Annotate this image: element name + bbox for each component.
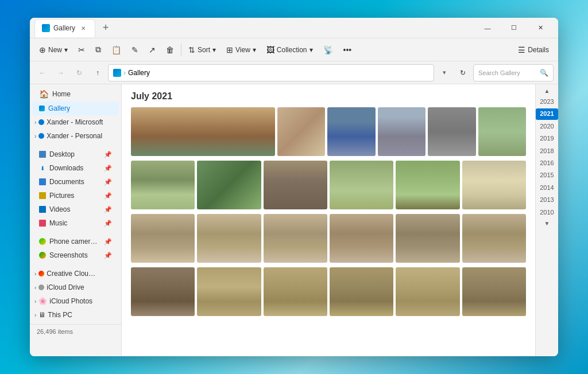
- up-button[interactable]: ↑: [90, 65, 106, 81]
- icloud-photos-icon: 🌸: [38, 297, 47, 305]
- photo-item[interactable]: [378, 107, 426, 156]
- delete-button[interactable]: 🗑: [161, 41, 179, 59]
- timeline-year-2016[interactable]: 2016: [536, 158, 558, 169]
- sidebar-documents-label: Documents: [49, 178, 84, 186]
- gallery-content: July 2021: [122, 84, 535, 356]
- share-button[interactable]: ↗: [144, 41, 160, 59]
- timeline-year-2021[interactable]: 2021: [536, 108, 558, 119]
- gallery-icon: [39, 106, 45, 111]
- cast-button[interactable]: 📡: [319, 41, 338, 59]
- sidebar-item-documents[interactable]: Documents 📌: [32, 175, 119, 189]
- maximize-button[interactable]: ☐: [501, 19, 527, 37]
- pin-icon: 📌: [104, 151, 112, 158]
- photo-item[interactable]: [428, 107, 476, 156]
- sidebar-section-xander-personal[interactable]: › Xander - Personal: [30, 129, 121, 143]
- timeline-year-2014[interactable]: 2014: [536, 182, 558, 193]
- view-button[interactable]: ⊞ View ▾: [222, 41, 261, 59]
- photo-item[interactable]: [197, 161, 261, 209]
- view-dropdown-icon: ▾: [253, 46, 256, 54]
- tab-close-button[interactable]: ✕: [79, 24, 88, 33]
- photo-item[interactable]: [131, 107, 275, 156]
- paste-button[interactable]: 📋: [107, 41, 126, 59]
- sidebar-section-icloud-photos[interactable]: › 🌸 iCloud Photos: [30, 294, 121, 308]
- breadcrumb[interactable]: › Gallery: [108, 64, 434, 81]
- breadcrumb-separator: ›: [123, 69, 126, 77]
- sidebar-item-music[interactable]: Music 📌: [32, 216, 119, 230]
- timeline-down-arrow[interactable]: ▼: [543, 219, 551, 228]
- collection-button[interactable]: 🖼 Collection ▾: [262, 41, 318, 59]
- close-button[interactable]: ✕: [527, 19, 554, 37]
- photo-item[interactable]: [330, 161, 393, 209]
- photo-item[interactable]: [131, 161, 195, 209]
- sidebar-section-creative-cloud[interactable]: › Creative Cloud Files: [30, 267, 121, 280]
- sidebar-item-phone[interactable]: Phone camera rc 📌: [32, 235, 119, 248]
- photo-item[interactable]: [277, 107, 326, 156]
- timeline-year-2010[interactable]: 2010: [536, 207, 558, 218]
- sidebar-section-xander-ms[interactable]: › Xander - Microsoft: [30, 115, 121, 129]
- sidebar-item-downloads[interactable]: ⬇ Downloads 📌: [32, 161, 119, 175]
- copy-button[interactable]: ⧉: [91, 41, 106, 59]
- address-dropdown-button[interactable]: ▾: [436, 65, 452, 81]
- photo-item[interactable]: [264, 214, 327, 263]
- search-icon[interactable]: 🔍: [540, 69, 548, 77]
- photo-item[interactable]: [197, 267, 261, 316]
- sidebar-section-icloud-drive[interactable]: › iCloud Drive: [30, 280, 121, 294]
- timeline-year-2019[interactable]: 2019: [536, 133, 558, 144]
- rename-button[interactable]: ✎: [127, 41, 143, 59]
- new-button[interactable]: ⊕ New ▾: [34, 41, 72, 59]
- photo-item[interactable]: [131, 267, 195, 316]
- timeline-year-2013[interactable]: 2013: [536, 194, 558, 205]
- photo-item[interactable]: [462, 161, 526, 209]
- photo-item[interactable]: [396, 161, 459, 209]
- sidebar-item-videos[interactable]: Videos 📌: [32, 202, 119, 216]
- photo-item[interactable]: [462, 267, 526, 316]
- sidebar-music-label: Music: [49, 219, 67, 227]
- gallery-tab[interactable]: Gallery ✕: [34, 19, 95, 37]
- paste-icon: 📋: [111, 45, 121, 54]
- sidebar-videos-label: Videos: [49, 205, 70, 213]
- timeline-year-2023[interactable]: 2023: [536, 96, 558, 107]
- pics-pin-icon: 📌: [104, 192, 112, 200]
- forward-button[interactable]: →: [53, 65, 69, 81]
- photo-item[interactable]: [396, 267, 459, 316]
- photo-item[interactable]: [264, 267, 327, 316]
- photo-item[interactable]: [478, 107, 527, 156]
- details-button[interactable]: ☰ Details: [513, 41, 554, 59]
- sidebar-phone-label: Phone camera rc: [49, 237, 98, 246]
- photo-item[interactable]: [197, 214, 261, 263]
- timeline-up-arrow[interactable]: ▲: [543, 87, 551, 95]
- timeline-year-2015[interactable]: 2015: [536, 170, 558, 181]
- more-button[interactable]: •••: [339, 41, 357, 59]
- photo-item[interactable]: [131, 214, 195, 263]
- photo-item[interactable]: [396, 214, 459, 263]
- new-tab-button[interactable]: +: [98, 20, 114, 36]
- cut-button[interactable]: ✂: [74, 41, 90, 59]
- sidebar-item-gallery[interactable]: Gallery: [32, 102, 119, 115]
- sidebar-item-home[interactable]: 🏠 Home: [32, 87, 119, 102]
- sort-button[interactable]: ⇅ Sort ▾: [184, 41, 220, 59]
- divider1: [181, 44, 181, 56]
- back-button[interactable]: ←: [34, 65, 51, 81]
- photo-grid-row2: [131, 161, 526, 209]
- photo-item[interactable]: [462, 214, 526, 263]
- refresh-button[interactable]: ↻: [455, 65, 471, 81]
- collection-dropdown-icon: ▾: [310, 46, 313, 54]
- photo-item[interactable]: [330, 214, 393, 263]
- divider2: [30, 143, 121, 147]
- recent-button[interactable]: ↻: [71, 65, 87, 81]
- gallery-section-title: July 2021: [131, 91, 526, 102]
- search-box[interactable]: Search Gallery 🔍: [473, 64, 554, 81]
- photo-item[interactable]: [327, 107, 376, 156]
- sidebar-item-screenshots[interactable]: Screenshots 📌: [32, 248, 119, 262]
- sidebar-section-this-pc[interactable]: › 🖥 This PC: [30, 308, 121, 322]
- sidebar-item-pictures[interactable]: Pictures 📌: [32, 189, 119, 202]
- photo-item[interactable]: [264, 161, 327, 209]
- sidebar-pictures-label: Pictures: [49, 192, 74, 200]
- minimize-button[interactable]: —: [474, 19, 501, 37]
- this-pc-icon: 🖥: [38, 311, 45, 319]
- sidebar-item-desktop[interactable]: Desktop 📌: [32, 147, 119, 161]
- address-bar: ← → ↻ ↑ › Gallery ▾ ↻ Search Gallery 🔍: [30, 61, 558, 84]
- photo-item[interactable]: [330, 267, 393, 316]
- timeline-year-2018[interactable]: 2018: [536, 146, 558, 157]
- timeline-year-2020[interactable]: 2020: [536, 121, 558, 132]
